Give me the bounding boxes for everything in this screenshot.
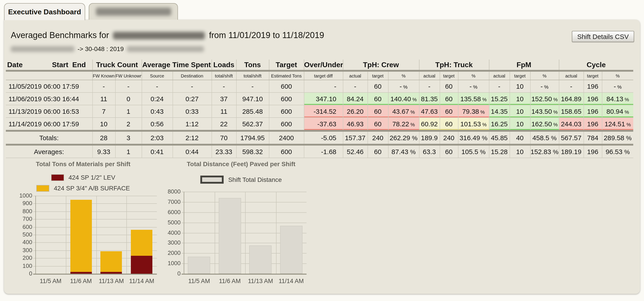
benchmarks-table: Date Start End Truck Count Average Time … bbox=[6, 59, 633, 158]
percent-sign: % bbox=[624, 109, 629, 115]
legend-swatch-lev bbox=[51, 174, 64, 181]
percent-sign: % bbox=[551, 134, 556, 142]
table-cell: 189.19 bbox=[559, 145, 584, 158]
table-cell: 0:33 bbox=[172, 105, 212, 118]
gridline bbox=[33, 211, 157, 212]
table-subheader: Source bbox=[142, 71, 172, 80]
page-title: Averaged Benchmarks for from 11/01/2019 … bbox=[11, 30, 324, 40]
redacted-project-name bbox=[113, 31, 205, 39]
table-cell: 152.83% bbox=[530, 145, 559, 158]
table-group-header-row: Date Start End Truck Count Average Time … bbox=[6, 59, 633, 71]
table-cell: 28 bbox=[92, 131, 115, 145]
percent-sign: % bbox=[482, 97, 487, 102]
table-cell: 14.35 bbox=[489, 105, 510, 118]
table-cell: 101.53% bbox=[458, 118, 489, 131]
page: Executive Dashboard Averaged Benchmarks … bbox=[0, 0, 644, 301]
table-cell: 70 bbox=[212, 131, 236, 145]
x-axis-tick-label: 11/14 AM bbox=[272, 278, 310, 285]
table-cell: 567.57 bbox=[559, 131, 584, 145]
gridline bbox=[182, 212, 306, 213]
table-cell: -314.52 bbox=[304, 105, 343, 118]
table-cell: 316.49% bbox=[458, 131, 489, 145]
x-axis-tick-label: 11/14 AM bbox=[123, 278, 160, 285]
chart-bar bbox=[131, 256, 152, 274]
legend-label-distance: Shift Total Distance bbox=[228, 176, 282, 183]
shift-details-csv-button[interactable]: Shift Details CSV bbox=[572, 31, 634, 42]
gridline bbox=[276, 192, 276, 274]
table-cell: 0:27 bbox=[172, 92, 212, 105]
table-subheader: target bbox=[440, 71, 458, 80]
table-cell: 7 bbox=[92, 105, 115, 118]
table-subheader: actual bbox=[489, 71, 510, 80]
table-cell: 124.51% bbox=[602, 118, 633, 131]
chart-bar bbox=[250, 246, 272, 274]
percent-sign: % bbox=[482, 134, 487, 142]
table-cell: 105.5% bbox=[458, 145, 489, 158]
y-axis-tick-label: 5000 bbox=[163, 219, 180, 226]
chart-bar bbox=[131, 230, 152, 256]
benchmarks-table-body: 11/05/2019 06:00 17:59------600--60-%-60… bbox=[6, 80, 633, 158]
table-cell: 11 bbox=[212, 105, 236, 118]
distance-chart: Total Distance (Feet) Paved per Shift Sh… bbox=[165, 158, 317, 289]
column-header-tph-truck: TpH: Truck bbox=[419, 59, 489, 71]
y-axis-tick-label: 200 bbox=[14, 255, 32, 261]
redacted-plant-name bbox=[11, 46, 74, 52]
chart-bar bbox=[100, 272, 122, 274]
table-cell: 0:44 bbox=[172, 145, 212, 158]
table-cell: 196 bbox=[584, 145, 602, 158]
table-cell: 10 bbox=[510, 118, 530, 131]
tab-executive-dashboard[interactable]: Executive Dashboard bbox=[4, 3, 85, 20]
table-cell: 16.25 bbox=[489, 118, 510, 131]
y-axis-tick-label: 100 bbox=[14, 262, 32, 269]
table-cell: 600 bbox=[269, 105, 304, 118]
table-cell: 196 bbox=[584, 92, 602, 105]
table-cell: 81.35 bbox=[419, 92, 440, 105]
table-cell: 60 bbox=[440, 92, 458, 105]
table-cell: 600 bbox=[269, 118, 304, 131]
y-axis-tick-label: 3000 bbox=[163, 239, 180, 246]
chart-bar bbox=[70, 272, 92, 274]
column-header-truck-count: Truck Count bbox=[92, 59, 142, 71]
table-cell: 79.38% bbox=[458, 105, 489, 118]
gridline bbox=[214, 192, 215, 274]
tons-chart: Total Tons of Materials per Shift 424 SP… bbox=[6, 158, 160, 289]
table-subheader: Destination bbox=[172, 71, 212, 80]
table-row-averages: Averages:9.3310:410:4423.33598.32600-1.6… bbox=[6, 145, 633, 158]
table-cell: - bbox=[489, 80, 510, 92]
chart-bar bbox=[280, 226, 302, 274]
gridline bbox=[182, 192, 306, 192]
table-cell: 60 bbox=[368, 80, 388, 92]
table-cell: - bbox=[92, 80, 115, 92]
table-subheader: actual bbox=[419, 71, 440, 80]
tab-redacted[interactable] bbox=[89, 3, 178, 20]
y-axis-tick-label: 1000 bbox=[14, 192, 32, 199]
table-row-data: 11/13/2019 06:00 16:53710:430:3311285.48… bbox=[6, 105, 633, 118]
distance-chart-legend: Shift Total Distance bbox=[165, 176, 317, 184]
table-subheader: total/shift bbox=[236, 71, 269, 80]
table-cell: 9.33 bbox=[92, 145, 115, 158]
table-cell: 87.43% bbox=[388, 145, 419, 158]
column-header-date: Date bbox=[7, 61, 23, 69]
table-cell: -% bbox=[388, 80, 419, 92]
y-axis bbox=[184, 192, 184, 274]
table-cell: 1 bbox=[115, 145, 142, 158]
table-cell: 600 bbox=[269, 80, 304, 92]
table-subheader: target diff bbox=[304, 71, 343, 80]
table-subheader: FW Unknown bbox=[115, 71, 142, 80]
table-cell: 10 bbox=[92, 118, 115, 131]
table-cell: 162.50% bbox=[530, 118, 559, 131]
table-cell: 46.93 bbox=[343, 118, 368, 131]
table-cell: Totals: bbox=[6, 131, 92, 145]
y-axis-tick-label: 8000 bbox=[163, 188, 180, 195]
table-cell: 0:24 bbox=[142, 92, 172, 105]
table-cell: 2400 bbox=[269, 131, 304, 145]
table-cell: - bbox=[172, 80, 212, 92]
percent-sign: % bbox=[553, 148, 559, 155]
y-axis-tick-label: 1000 bbox=[163, 260, 180, 267]
column-header-average-time-spent: Average Time Spent bbox=[142, 59, 212, 71]
table-cell: 84.13% bbox=[602, 92, 633, 105]
table-subheader: % bbox=[388, 71, 419, 80]
table-cell: Averages: bbox=[6, 145, 92, 158]
table-subheader-row: FW KnownFW UnknownSourceDestinationtotal… bbox=[6, 71, 633, 80]
table-subheader: % bbox=[530, 71, 559, 80]
